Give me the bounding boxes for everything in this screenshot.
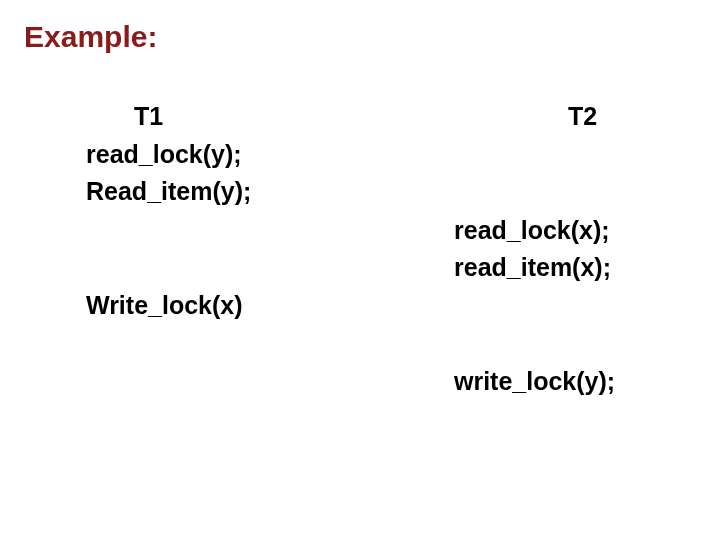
t1-line-1: Read_item(y);	[86, 173, 251, 211]
t2-line-0: read_lock(x);	[454, 212, 615, 250]
spacer	[454, 136, 615, 212]
slide-title: Example:	[24, 20, 696, 54]
spacer	[454, 287, 615, 363]
t2-line-1: read_item(x);	[454, 249, 615, 287]
slide: Example: T1 read_lock(y); Read_item(y); …	[0, 0, 720, 540]
t1-line-0: read_lock(y);	[86, 136, 251, 174]
column-t2: T2 read_lock(x); read_item(x); write_loc…	[454, 98, 615, 400]
spacer	[86, 211, 251, 287]
t2-line-2: write_lock(y);	[454, 363, 615, 401]
t2-header: T2	[568, 98, 615, 136]
t1-line-2: Write_lock(x)	[86, 287, 251, 325]
column-t1: T1 read_lock(y); Read_item(y); Write_loc…	[86, 98, 251, 324]
t1-header: T1	[134, 98, 251, 136]
